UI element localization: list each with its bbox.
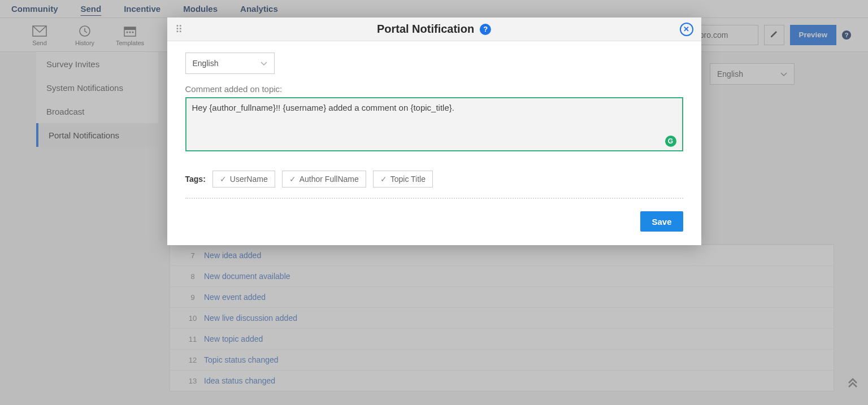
help-icon[interactable]: ?	[480, 24, 491, 35]
modal-language-value: English	[193, 59, 219, 68]
tags-label: Tags:	[185, 175, 206, 184]
modal-body: English Comment added on topic: Hey {aut…	[167, 41, 701, 245]
tags-row: Tags: ✓ UserName ✓ Author FullName ✓ Top…	[185, 171, 683, 199]
save-button[interactable]: Save	[640, 211, 683, 232]
comment-textarea[interactable]: Hey {author_fullname}!! {username} added…	[185, 97, 683, 151]
modal-language-select[interactable]: English	[185, 53, 275, 74]
modal-title-text: Portal Notification	[377, 23, 474, 36]
check-icon: ✓	[289, 175, 296, 184]
modal-title: Portal Notification ?	[377, 23, 491, 36]
comment-field-label: Comment added on topic:	[185, 84, 683, 94]
check-icon: ✓	[220, 175, 227, 184]
tag-author-fullname[interactable]: ✓ Author FullName	[282, 171, 366, 188]
modal-overlay: ⠿ Portal Notification ? ✕ English Commen…	[0, 0, 868, 405]
chevron-down-icon	[261, 59, 267, 68]
tag-text: Topic Title	[390, 175, 426, 184]
tag-topic-title[interactable]: ✓ Topic Title	[373, 171, 433, 188]
portal-notification-modal: ⠿ Portal Notification ? ✕ English Commen…	[167, 18, 701, 245]
close-icon: ✕	[683, 25, 689, 33]
tag-username[interactable]: ✓ UserName	[212, 171, 275, 188]
drag-handle-icon[interactable]: ⠿	[175, 23, 181, 36]
modal-header: ⠿ Portal Notification ? ✕	[167, 18, 701, 41]
tag-text: Author FullName	[300, 175, 359, 184]
close-button[interactable]: ✕	[680, 23, 693, 36]
check-icon: ✓	[380, 175, 387, 184]
grammarly-icon[interactable]: G	[665, 136, 676, 147]
tag-text: UserName	[230, 175, 268, 184]
